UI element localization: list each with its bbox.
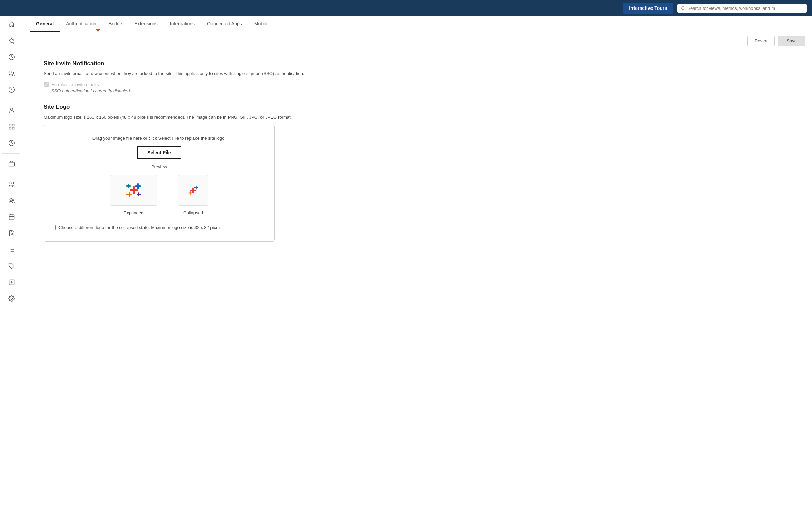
svg-marker-0 bbox=[9, 38, 14, 43]
search-icon bbox=[681, 6, 685, 11]
site-logo-section: Site Logo Maximum logo size is 160 x 160… bbox=[44, 104, 316, 242]
svg-rect-35 bbox=[130, 189, 138, 191]
topbar: Interactive Tours bbox=[23, 0, 812, 16]
sidebar-divider-1 bbox=[2, 100, 21, 100]
svg-rect-39 bbox=[126, 194, 132, 195]
svg-rect-49 bbox=[188, 193, 192, 194]
svg-rect-45 bbox=[190, 190, 196, 191]
tab-integrations[interactable]: Integrations bbox=[164, 16, 201, 32]
settings-body: Site Invite Notification Send an invite … bbox=[23, 50, 329, 262]
arrow-indicator bbox=[96, 16, 100, 32]
svg-rect-47 bbox=[194, 187, 198, 188]
svg-rect-13 bbox=[9, 162, 14, 166]
sidebar-item-recommendations[interactable] bbox=[4, 82, 19, 97]
arrow-head bbox=[96, 29, 100, 32]
sidebar-item-list[interactable] bbox=[4, 242, 19, 257]
site-invite-description: Send an invite email to new users when t… bbox=[44, 70, 316, 77]
main-area: Interactive Tours General Authentication… bbox=[23, 0, 812, 515]
sidebar-item-collections[interactable] bbox=[4, 156, 19, 171]
preview-expanded-box bbox=[110, 175, 157, 206]
sidebar-item-report[interactable] bbox=[4, 275, 19, 290]
preview-label: Preview bbox=[151, 164, 167, 170]
sidebar-item-recents[interactable] bbox=[4, 50, 19, 65]
sidebar-item-groups[interactable] bbox=[4, 193, 19, 208]
tableau-logo-expanded bbox=[125, 181, 142, 199]
sidebar-item-user[interactable] bbox=[4, 103, 19, 118]
tab-bridge[interactable]: Bridge bbox=[102, 16, 128, 32]
sidebar-item-labels[interactable] bbox=[4, 259, 19, 273]
svg-rect-37 bbox=[135, 185, 141, 187]
svg-point-2 bbox=[10, 71, 12, 73]
sidebar-top-bar bbox=[0, 0, 23, 16]
svg-point-31 bbox=[11, 298, 12, 300]
sidebar-item-users-mgmt[interactable] bbox=[4, 177, 19, 192]
sidebar-divider-3 bbox=[2, 174, 21, 174]
preview-collapsed-box bbox=[178, 175, 208, 206]
sidebar-divider-2 bbox=[2, 153, 21, 154]
svg-rect-43 bbox=[137, 194, 141, 195]
sso-note: SSO authentication is currently disabled bbox=[51, 88, 316, 93]
svg-rect-41 bbox=[126, 185, 131, 187]
sidebar-item-home[interactable] bbox=[4, 17, 19, 32]
enable-invite-emails-row: Enable site invite emails bbox=[44, 82, 316, 87]
svg-point-14 bbox=[10, 182, 12, 184]
different-collapsed-logo-checkbox[interactable] bbox=[51, 225, 56, 230]
svg-point-15 bbox=[10, 198, 12, 201]
tab-connected-apps[interactable]: Connected Apps bbox=[201, 16, 248, 32]
tab-general[interactable]: General bbox=[30, 16, 60, 32]
drag-drop-text: Drag your image file here or click Selec… bbox=[92, 136, 226, 141]
search-bar bbox=[677, 4, 807, 13]
svg-rect-10 bbox=[9, 127, 11, 129]
select-file-button[interactable]: Select File bbox=[137, 146, 181, 159]
sidebar-item-tasks[interactable] bbox=[4, 226, 19, 241]
svg-point-16 bbox=[12, 199, 14, 201]
sidebar-item-favorites[interactable] bbox=[4, 33, 19, 48]
site-logo-title: Site Logo bbox=[44, 104, 316, 110]
interactive-tours-button[interactable]: Interactive Tours bbox=[623, 3, 673, 14]
svg-point-32 bbox=[681, 6, 684, 10]
tabs-container: General Authentication Bridge Extensions… bbox=[23, 16, 812, 32]
preview-row: Expanded bbox=[110, 175, 208, 215]
content-area: General Authentication Bridge Extensions… bbox=[23, 16, 812, 515]
different-collapsed-logo-label: Choose a different logo for the collapse… bbox=[58, 224, 223, 231]
sidebar-item-settings[interactable] bbox=[4, 291, 19, 306]
search-input[interactable] bbox=[687, 6, 803, 11]
save-button[interactable]: Save bbox=[778, 36, 805, 46]
tab-mobile[interactable]: Mobile bbox=[248, 16, 274, 32]
collapsed-state-row: Choose a different logo for the collapse… bbox=[51, 224, 223, 231]
preview-expanded: Expanded bbox=[110, 175, 157, 215]
svg-rect-17 bbox=[9, 215, 14, 220]
preview-collapsed: Collapsed bbox=[178, 175, 208, 215]
sidebar-item-shared[interactable] bbox=[4, 66, 19, 81]
arrow-line bbox=[98, 16, 98, 29]
enable-invite-checkbox[interactable] bbox=[44, 82, 49, 87]
sidebar-item-schedules[interactable] bbox=[4, 210, 19, 225]
svg-rect-9 bbox=[12, 124, 14, 126]
svg-rect-8 bbox=[9, 124, 11, 126]
sidebar-item-analytics[interactable] bbox=[4, 136, 19, 150]
svg-point-21 bbox=[11, 233, 12, 235]
logo-upload-box: Drag your image file here or click Selec… bbox=[44, 125, 275, 242]
site-logo-description: Maximum logo size is 160 x 160 pixels (4… bbox=[44, 114, 316, 121]
sidebar-item-dashboards[interactable] bbox=[4, 119, 19, 134]
enable-invite-label: Enable site invite emails bbox=[51, 82, 99, 87]
svg-rect-11 bbox=[12, 127, 14, 129]
tab-extensions[interactable]: Extensions bbox=[128, 16, 164, 32]
tableau-logo-collapsed bbox=[187, 184, 199, 196]
revert-button[interactable]: Revert bbox=[747, 36, 775, 46]
site-invite-title: Site Invite Notification bbox=[44, 60, 316, 67]
svg-line-33 bbox=[684, 9, 684, 10]
action-bar: Revert Save bbox=[23, 32, 812, 50]
collapsed-label: Collapsed bbox=[183, 210, 203, 215]
svg-point-7 bbox=[10, 108, 13, 110]
sidebar bbox=[0, 0, 23, 515]
svg-point-3 bbox=[13, 73, 14, 74]
site-invite-section: Site Invite Notification Send an invite … bbox=[44, 60, 316, 93]
expanded-label: Expanded bbox=[124, 210, 144, 215]
